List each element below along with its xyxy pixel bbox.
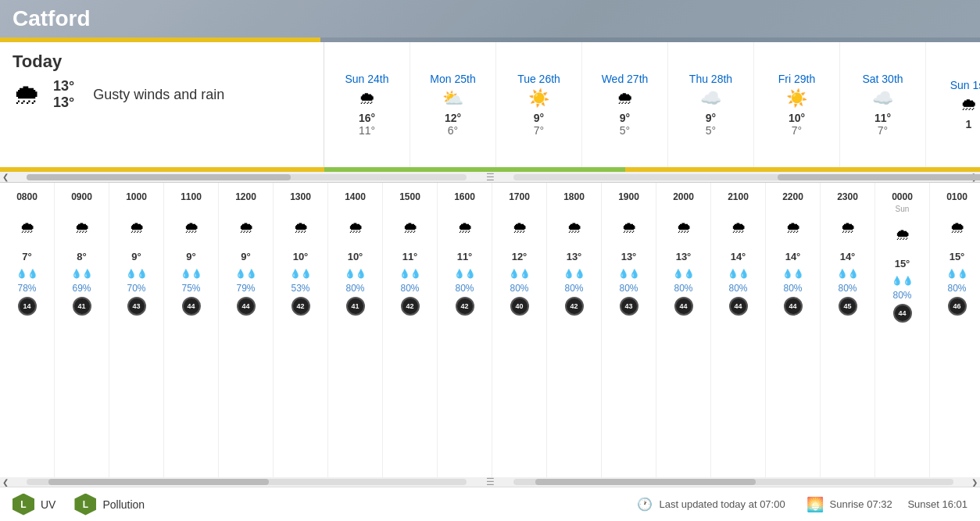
hour-label: 1900	[618, 186, 639, 208]
forecast-day-3: Wed 27th 🌧 9° 5°	[582, 42, 668, 167]
forecast-low: 11°	[359, 124, 375, 137]
bottom-scroll-left[interactable]: ❮	[0, 478, 11, 487]
hour-rain-icon: 💧💧	[673, 266, 695, 281]
clock-icon: 🕐	[637, 497, 653, 512]
hour-wind-circle: 40	[510, 297, 529, 316]
uv-badge: L	[13, 494, 34, 516]
hour-temp: 8°	[77, 247, 86, 266]
scroll-handle-icon: ☰	[482, 172, 498, 183]
top-scrollbar[interactable]: ❮ ☰ ❯	[0, 172, 980, 183]
hour-rain-pct: 70%	[127, 281, 145, 295]
last-updated: Last updated today at 07:00	[659, 498, 785, 510]
hour-rain-pct: 79%	[236, 281, 255, 295]
rain-drops-icon: 💧💧	[235, 269, 257, 279]
uv-label: UV	[41, 498, 55, 511]
hour-weather-icon: 🌧	[785, 208, 801, 247]
sunrise-time: Sunrise 07:32	[830, 498, 892, 510]
hour-rain-icon: 💧💧	[290, 266, 312, 281]
today-weather-icon: 🌧	[13, 78, 41, 111]
hour-rain-pct: 80%	[947, 281, 966, 295]
bottom-scrollbar[interactable]: ❮ ☰ ❯	[0, 477, 980, 487]
bottom-scroll-track[interactable]	[27, 479, 467, 485]
forecast-high: 9°	[534, 112, 544, 124]
hour-wind-circle: 44	[784, 297, 803, 316]
pollution-badge: L	[74, 494, 96, 516]
forecast-day-name: Sun 1st	[950, 79, 980, 91]
forecast-low: 5°	[620, 124, 630, 137]
hour-rain-icon: 💧💧	[837, 266, 859, 281]
forecast-low: 7°	[792, 124, 802, 137]
hour-col-0: 0800 🌧 7° 💧💧 78% 14	[0, 183, 55, 477]
hour-weather-icon: 🌧	[676, 208, 692, 247]
hour-temp: 9°	[131, 247, 141, 266]
scroll-left-arrow[interactable]: ❮	[0, 173, 11, 181]
hour-wind-circle: 42	[456, 297, 474, 316]
hour-rain-pct: 80%	[674, 281, 692, 295]
hour-temp: 10°	[293, 247, 309, 266]
hour-col-6: 1400 🌧 10° 💧💧 80% 41	[328, 183, 383, 477]
hour-weather-icon: 🌧	[402, 208, 418, 247]
hour-rain-icon: 💧💧	[728, 266, 749, 281]
hour-label: 1600	[454, 186, 475, 208]
forecast-strip: Sun 24th 🌧 16° 11° Mon 25th ⛅ 12° 6° Tue…	[324, 42, 980, 167]
hour-label: 1000	[126, 186, 147, 208]
hour-weather-icon: 🌧	[129, 208, 145, 247]
today-high: 13°	[53, 78, 74, 95]
hour-label: 2100	[728, 186, 749, 208]
hour-col-13: 2100 🌧 14° 💧💧 80% 44	[711, 183, 766, 477]
hour-label: 0900	[71, 186, 92, 208]
hour-wind-circle: 41	[346, 297, 365, 316]
forecast-temps: 9° 5°	[706, 112, 716, 137]
hour-wind-circle: 45	[839, 297, 857, 316]
hour-temp: 13°	[676, 247, 692, 266]
hour-sublabel: Sun	[896, 205, 910, 213]
hourly-section[interactable]: 0800 🌧 7° 💧💧 78% 14 0900 🌧 8° 💧💧 69% 41 …	[0, 183, 980, 477]
hour-wind-circle: 14	[18, 297, 37, 316]
hour-weather-icon: 🌧	[895, 215, 910, 254]
scroll-thumb	[27, 174, 291, 180]
hour-label: 1700	[509, 186, 530, 208]
forecast-low: 5°	[706, 124, 716, 137]
scroll-track[interactable]	[27, 174, 467, 180]
hour-rain-icon: 💧💧	[892, 273, 914, 288]
bottom-scroll-track2[interactable]	[513, 479, 953, 485]
hour-temp: 11°	[457, 247, 473, 266]
forecast-icon: ☁️	[700, 88, 721, 109]
hour-rain-pct: 80%	[838, 281, 857, 295]
hour-wind-circle: 44	[893, 304, 912, 323]
hour-temp: 14°	[731, 247, 746, 266]
scroll-track-right[interactable]	[513, 174, 953, 180]
hour-rain-pct: 53%	[291, 281, 309, 295]
hour-rain-pct: 80%	[345, 281, 364, 295]
rain-drops-icon: 💧💧	[71, 269, 93, 279]
rain-drops-icon: 💧💧	[892, 276, 914, 286]
hour-col-7: 1500 🌧 11° 💧💧 80% 42	[383, 183, 438, 477]
rain-drops-icon: 💧💧	[837, 269, 859, 279]
bottom-scroll-thumb2	[535, 479, 756, 485]
hour-rain-icon: 💧💧	[454, 266, 476, 281]
hour-rain-pct: 80%	[400, 281, 419, 295]
hour-rain-pct: 80%	[510, 281, 528, 295]
hour-rain-pct: 75%	[181, 281, 200, 295]
rain-drops-icon: 💧💧	[782, 269, 804, 279]
sunrise-icon: 🌅	[807, 496, 824, 513]
forecast-low: 7°	[534, 124, 544, 137]
hour-weather-icon: 🌧	[512, 208, 528, 247]
hour-col-17: 0100 🌧 15° 💧💧 80% 46	[930, 183, 980, 477]
bottom-scroll-right[interactable]: ❯	[969, 478, 980, 487]
hour-temp: 9°	[241, 247, 250, 266]
today-low: 13°	[53, 95, 74, 111]
forecast-day-name: Thu 28th	[689, 73, 732, 85]
rain-drops-icon: 💧💧	[126, 269, 148, 279]
hour-wind-circle: 44	[674, 297, 693, 316]
hour-temp: 10°	[348, 247, 363, 266]
hour-weather-icon: 🌧	[184, 208, 199, 247]
pollution-badge-label: L	[83, 499, 88, 510]
hour-weather-icon: 🌧	[567, 208, 582, 247]
hour-temp: 7°	[22, 247, 31, 266]
city-header: Catford	[0, 0, 980, 37]
hour-rain-icon: 💧💧	[16, 266, 38, 281]
hour-wind-circle: 43	[127, 297, 146, 316]
hour-label: 1400	[345, 186, 366, 208]
hour-weather-icon: 🌧	[950, 208, 965, 247]
